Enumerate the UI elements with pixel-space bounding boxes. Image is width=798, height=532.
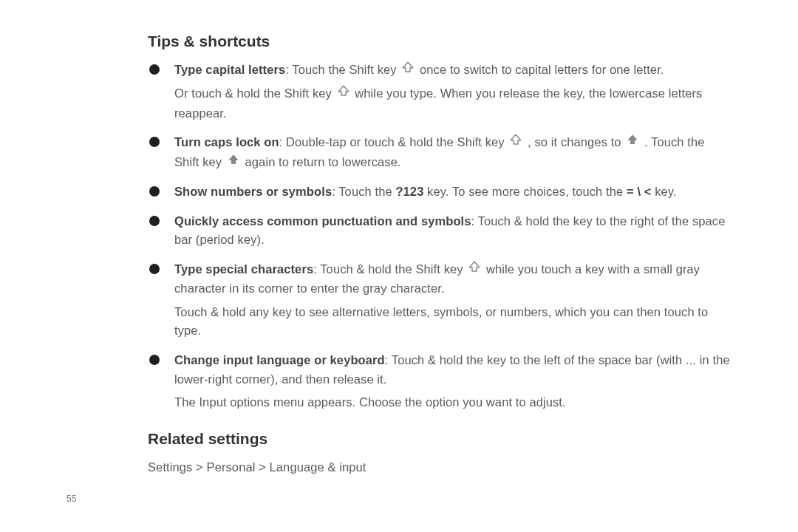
tip-title: Quickly access common punctuation and sy…	[174, 214, 471, 228]
list-item: Show numbers or symbols: Touch the ?123 …	[148, 183, 732, 202]
tip-title: Type special characters	[174, 262, 313, 276]
key-label: ?123	[395, 185, 423, 198]
tip-followup: Touch & hold any key to see alternative …	[174, 303, 732, 341]
list-item: Quickly access common punctuation and sy…	[148, 212, 732, 250]
page-number: 55	[66, 494, 77, 504]
shift-filled-icon	[227, 153, 240, 172]
shift-outline-icon	[468, 260, 481, 279]
tip-title: Turn caps lock on	[174, 135, 279, 149]
settings-path: Settings > Personal > Language & input	[148, 458, 732, 477]
tip-text: : Double-tap or touch & hold the Shift k…	[279, 135, 508, 149]
tip-text: : Touch & hold the Shift key	[313, 262, 466, 276]
tip-text: again to return to lowercase.	[242, 155, 401, 168]
list-item: Turn caps lock on: Double-tap or touch &…	[148, 133, 732, 172]
tip-text: key. To see more choices, touch the	[423, 185, 627, 198]
tip-text: : Touch the	[332, 185, 395, 198]
tip-followup: Or touch & hold the Shift key while you …	[174, 84, 732, 123]
tip-title: Type capital letters	[174, 63, 285, 76]
key-label: = \ <	[627, 185, 652, 198]
shift-filled-icon	[626, 133, 639, 152]
tip-text: : Touch the Shift key	[285, 63, 400, 76]
tip-followup: The Input options menu appears. Choose t…	[174, 393, 732, 412]
shift-outline-icon	[337, 84, 350, 103]
list-item: Type capital letters: Touch the Shift ke…	[148, 61, 732, 123]
heading-tips: Tips & shortcuts	[148, 33, 732, 50]
shift-outline-icon	[509, 133, 522, 152]
tip-text: , so it changes to	[524, 135, 624, 149]
document-page: Tips & shortcuts Type capital letters: T…	[0, 0, 798, 491]
tip-title: Show numbers or symbols	[174, 185, 332, 198]
tip-text: Or touch & hold the Shift key	[174, 86, 335, 100]
tip-text: key.	[652, 185, 677, 198]
tip-text: once to switch to capital letters for on…	[416, 63, 664, 76]
tip-title: Change input language or keyboard	[174, 353, 385, 366]
shift-outline-icon	[401, 61, 415, 80]
tips-list: Type capital letters: Touch the Shift ke…	[148, 61, 732, 412]
heading-related: Related settings	[148, 430, 732, 448]
list-item: Type special characters: Touch & hold th…	[148, 260, 732, 341]
list-item: Change input language or keyboard: Touch…	[148, 351, 732, 412]
